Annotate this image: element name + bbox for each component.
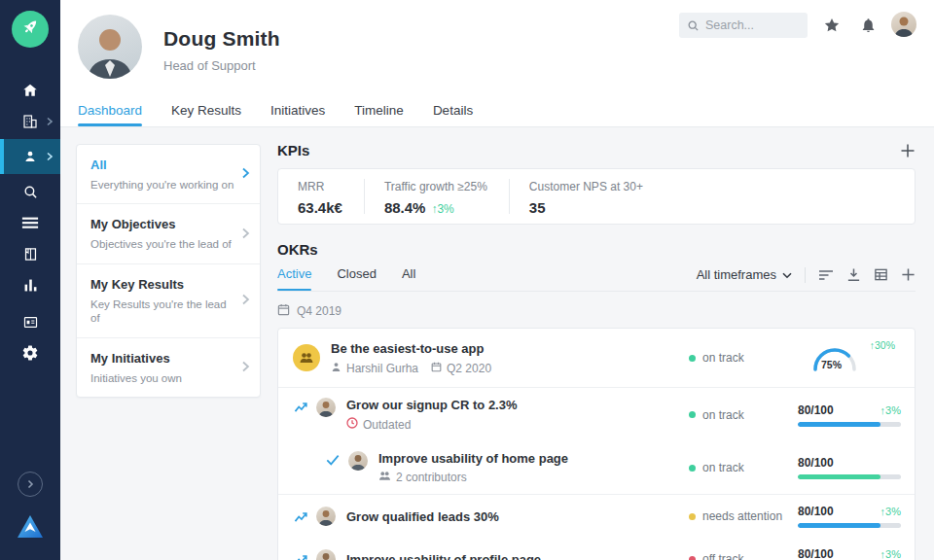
okr-title: Grow our signup CR to 2.3% <box>346 398 518 412</box>
objective-timeframe: Q2 2020 <box>447 362 491 375</box>
person-icon <box>21 148 39 165</box>
sidebar-item-home[interactable] <box>0 75 60 106</box>
progress: 80/100 ↑3% <box>798 403 901 427</box>
profile-photo <box>78 15 142 79</box>
score: 80/100 <box>798 547 834 560</box>
check-icon <box>325 454 341 466</box>
score-delta: ↑3% <box>880 506 901 517</box>
kpi-customer-nps[interactable]: Customer NPS at 30+ 35 <box>509 179 665 214</box>
feed-icon <box>22 314 39 331</box>
sidebar-item-search[interactable] <box>0 176 60 207</box>
status-badge[interactable]: on track <box>689 408 798 422</box>
kpi-card: MRR 63.4k€ Traffic growth ≥25% 88.4% ↑3%… <box>277 168 916 225</box>
score: 80/100 <box>798 403 834 417</box>
okr-row-key-result[interactable]: Grow our signup CR to 2.3% Outdated on t… <box>278 387 915 441</box>
chevron-down-icon <box>782 267 792 282</box>
sidebar-item-book[interactable] <box>0 238 60 269</box>
gauge-value: 75% <box>821 359 842 370</box>
okr-tab-closed[interactable]: Closed <box>337 266 376 291</box>
filter-item-my-initiatives[interactable]: My Initiatives Initiatives you own <box>77 337 260 397</box>
key-result-trend-icon <box>293 553 308 560</box>
timeframe-dropdown[interactable]: All timeframes <box>697 267 792 282</box>
filter-item-my-key-results[interactable]: My Key Results Key Results you're the le… <box>77 263 260 337</box>
tab-initiatives[interactable]: Initiatives <box>270 103 325 126</box>
status-dot <box>689 513 696 520</box>
sidebar-item-company[interactable] <box>0 106 60 137</box>
notifications-bell-icon[interactable] <box>860 17 877 38</box>
chevron-right-icon <box>46 152 54 161</box>
sidebar-item-settings[interactable] <box>0 337 60 368</box>
kpis-title: KPIs <box>277 142 309 158</box>
sidebar-item-feed[interactable] <box>0 306 60 337</box>
okrs-title: OKRs <box>277 241 916 258</box>
table-view-icon[interactable] <box>874 267 888 282</box>
sidebar-expand-button[interactable] <box>18 472 43 497</box>
status-badge[interactable]: on track <box>689 351 798 365</box>
calendar-icon <box>277 303 290 319</box>
okr-row-key-result[interactable]: Grow qualified leads 30% needs attention… <box>278 494 915 538</box>
search-icon <box>22 184 39 200</box>
brand-logo <box>16 513 45 544</box>
download-icon[interactable] <box>846 267 861 282</box>
app-logo[interactable] <box>12 11 49 48</box>
status-badge[interactable]: needs attention <box>689 509 798 523</box>
page-title: Doug Smith <box>163 27 280 51</box>
gear-icon <box>21 344 39 362</box>
okr-row-objective[interactable]: Be the easiest-to-use app Harshil Gurha … <box>278 329 915 387</box>
sidebar <box>0 0 60 560</box>
sidebar-bottom <box>0 472 60 560</box>
okr-row-initiative[interactable]: Improve usability of home page 2 contrib… <box>278 441 915 494</box>
okr-list: Be the easiest-to-use app Harshil Gurha … <box>277 328 916 560</box>
sidebar-item-list[interactable] <box>0 207 60 238</box>
profile-tabs: Dashboard Key Results Initiatives Timeli… <box>78 103 502 126</box>
avatar <box>316 507 336 526</box>
add-okr-button[interactable] <box>901 267 916 282</box>
tab-timeline[interactable]: Timeline <box>354 103 404 126</box>
tab-dashboard[interactable]: Dashboard <box>78 103 142 126</box>
key-result-trend-icon <box>293 510 308 523</box>
avatar <box>348 451 368 471</box>
tab-details[interactable]: Details <box>433 103 473 126</box>
filter-item-my-objectives[interactable]: My Objectives Objectives you're the lead… <box>77 203 260 262</box>
favorites-star-icon[interactable] <box>823 17 841 38</box>
add-kpi-button[interactable] <box>900 143 916 158</box>
status-badge[interactable]: on track <box>689 461 798 474</box>
kpi-mrr[interactable]: MRR 63.4k€ <box>278 179 364 214</box>
list-icon <box>21 215 39 230</box>
progress: 80/100 ↑3% <box>798 505 901 528</box>
okr-row-key-result[interactable]: Improve usability of profile page off tr… <box>278 538 915 560</box>
outdated-clock-icon <box>346 417 358 432</box>
progress-bar <box>798 422 901 427</box>
status-badge[interactable]: off track <box>689 552 798 560</box>
filter-panel: All Everything you're working on My Obje… <box>76 144 261 398</box>
building-icon <box>21 113 39 130</box>
kpi-traffic-growth[interactable]: Traffic growth ≥25% 88.4% ↑3% <box>364 179 509 214</box>
okr-note: 2 contributors <box>396 471 467 484</box>
key-result-trend-icon <box>293 401 308 413</box>
sort-icon[interactable] <box>818 268 834 282</box>
rocket-icon <box>19 17 41 42</box>
status-dot <box>689 411 696 418</box>
app-root: Doug Smith Head of Support Dashboard Key… <box>0 0 934 560</box>
filter-item-all[interactable]: All Everything you're working on <box>77 145 260 203</box>
search-box <box>679 13 808 38</box>
okr-tab-active[interactable]: Active <box>277 266 311 291</box>
person-icon <box>331 362 341 375</box>
tab-key-results[interactable]: Key Results <box>171 103 241 126</box>
search-input[interactable] <box>705 18 800 32</box>
okr-tab-all[interactable]: All <box>402 266 415 291</box>
book-icon <box>22 246 39 262</box>
okrs-section: OKRs Active Closed All All timeframes <box>277 241 916 560</box>
objective-team-icon <box>293 344 320 371</box>
bar-chart-icon <box>22 277 39 294</box>
progress-gauge: 75% ↑30% <box>798 338 901 377</box>
user-avatar[interactable] <box>891 12 916 37</box>
sidebar-item-people[interactable] <box>0 139 60 174</box>
sidebar-item-reports[interactable] <box>0 269 60 300</box>
objective-owner: Harshil Gurha <box>346 362 418 375</box>
okr-title: Improve usability of home page <box>378 451 568 466</box>
gauge-delta: ↑30% <box>870 339 895 351</box>
sidebar-nav <box>0 69 60 368</box>
avatar <box>316 398 336 417</box>
kpi-delta: ↑3% <box>431 202 453 216</box>
